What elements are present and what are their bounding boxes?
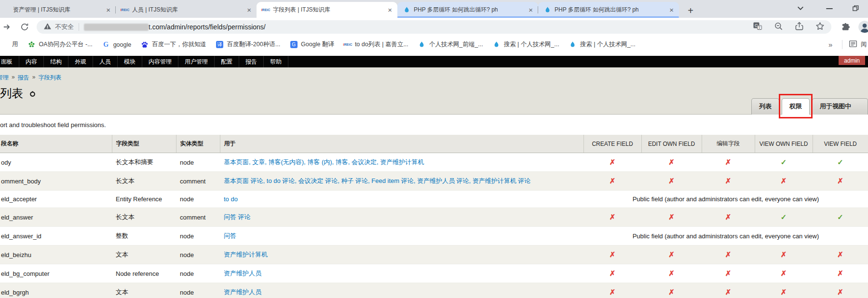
bookmark-label: 百度一下，你就知道 [152,40,206,49]
bookmark-item[interactable]: OA协同办公平台 -... [23,40,97,49]
deny-icon: ✗ [583,283,641,298]
used-in-links[interactable]: 基本页面, 文章, 博客(无内容), 博客 (内), 博客, 会议决定, 资产维… [220,153,583,172]
bookmark-label: 个人技术网_前端_... [429,40,483,49]
restore-window-icon[interactable] [852,4,859,14]
none [2,6,10,14]
zoom-icon[interactable] [774,22,783,33]
tab-用于视图中[interactable]: 用于视图中 [812,98,868,115]
refresh-icon[interactable] [20,23,29,33]
field-name: eld_answer [0,208,112,227]
tab-title: 资产管理 | ITJS知识库 [13,6,101,14]
browser-tab[interactable]: 资产管理 | ITJS知识库× [0,2,116,18]
title-gear-icon[interactable] [29,87,36,100]
browser-tab[interactable]: PHP 多层循环 如何跳出循环? ph× [538,2,679,18]
deny-icon: ✗ [755,172,813,191]
deny-icon: ✗ [755,283,813,298]
breadcrumb-separator: » [12,74,15,82]
table-header-row: 段名称字段类型实体类型用于CREATE FIELDEDIT OWN FIELD编… [0,135,868,153]
bookmark-label: google [113,41,132,48]
used-in-links[interactable]: 基本页面 评论, to do 评论, 会议决定 评论, 种子 评论, Feed … [220,172,583,191]
breadcrumb: 管理»报告»字段列表 [0,74,61,82]
translate-icon[interactable]: G文 [753,21,762,33]
reading-list-button[interactable]: 阅 [849,39,867,50]
admin-menu-item[interactable]: 外观 [68,56,93,67]
used-in-links[interactable]: 资产维护人员 [220,283,583,298]
used-in-links[interactable]: to do [220,191,583,208]
admin-menu-item[interactable]: 配置 [215,56,239,67]
tab-权限[interactable]: 权限 [782,98,810,115]
tab-title: 人员 | ITJS知识库 [132,6,242,14]
new-tab-button[interactable]: + [684,3,697,18]
bookmark-item[interactable]: GGoogle 翻译 [285,40,339,49]
field-type: 长文本和摘要 [112,153,176,172]
drupal-admin-toolbar: 面板内容结构外观人员模块内容管理用户管理配置报告帮助 admin [0,56,868,67]
column-header: 段名称 [0,135,112,153]
deny-icon: ✗ [813,246,868,264]
bookmark-label: OA协同办公平台 -... [39,40,93,49]
page-header: 管理»报告»字段列表 列表 列表权限用于视图中 [0,67,868,115]
bookmark-star-icon[interactable] [815,22,825,33]
tab-close-icon[interactable]: × [386,6,393,13]
ireic-icon: iREiC [344,41,352,49]
used-in-links[interactable]: 问答 [220,227,583,246]
column-header: 编辑字段 [702,135,755,153]
field-type: Node reference [112,264,176,283]
breadcrumb-link[interactable]: 报告 [18,74,29,82]
admin-menu-item[interactable]: 人员 [93,56,118,67]
deny-icon: ✗ [813,264,868,283]
used-in-links[interactable]: 问答 评论 [220,208,583,227]
admin-menu-item[interactable]: 内容管理 [142,56,178,67]
admin-menu-item[interactable]: 模块 [118,56,142,67]
bookmark-item[interactable]: 百度一下，你就知道 [136,40,211,49]
admin-menu-item[interactable]: 内容 [19,56,44,67]
admin-menu-item[interactable]: 面板 [0,56,19,67]
used-in-links[interactable]: 资产维护人员 [220,264,583,283]
bookmark-item[interactable]: iREiCto do列表 | 嘉善立... [339,40,413,49]
bookmark-item[interactable]: 用 [0,40,23,49]
admin-menu-item[interactable]: 报告 [239,56,264,67]
extensions-icon[interactable] [841,22,850,33]
browser-tab[interactable]: iREiC字段列表 | ITJS知识库× [257,2,397,18]
deny-icon: ✗ [641,264,702,283]
profile-avatar[interactable] [858,21,868,33]
column-header: VIEW OWN FIELD [755,135,813,153]
admin-user-badge[interactable]: admin [839,56,865,65]
admin-menu-item[interactable]: 用户管理 [178,56,215,67]
field-type: 文本 [112,283,176,298]
breadcrumb-link[interactable]: 管理 [0,74,9,82]
bookmark-item[interactable]: 搜索 | 个人技术网_... [488,40,564,49]
bookmarks-overflow-icon[interactable]: » [828,40,832,49]
tab-close-icon[interactable]: × [245,6,253,13]
bookmark-item[interactable]: 搜索 | 个人技术网_... [564,40,640,49]
browser-tab[interactable]: PHP 多层循环 如何跳出循环? ph× [397,2,538,18]
breadcrumb-separator: » [32,74,36,82]
share-icon[interactable] [795,22,804,33]
minimize-icon[interactable] [826,4,833,14]
admin-menu-item[interactable]: 帮助 [264,56,288,67]
tab-close-icon[interactable]: × [105,6,112,13]
bookmark-label: 搜索 | 个人技术网_... [580,40,636,49]
bookmark-item[interactable]: Ggoogle [97,41,136,49]
tab-close-icon[interactable]: × [527,6,534,13]
tab-search-icon[interactable] [797,4,804,14]
drupal-icon [493,41,501,49]
bookmark-item[interactable]: 个人技术网_前端_... [413,40,488,49]
drupal-icon [543,6,551,14]
browser-tab[interactable]: iREiC人员 | ITJS知识库× [116,2,257,18]
used-in-links[interactable]: 资产维护计算机 [220,246,583,264]
address-bar[interactable]: 不安全 t.com/admin/reports/fields/permissio… [37,20,831,34]
bookmark-label: 百度翻译-200种语... [227,40,280,49]
breadcrumb-link[interactable]: 字段列表 [38,74,61,82]
tab-列表[interactable]: 列表 [751,98,779,115]
bookmark-item[interactable]: 译百度翻译-200种语... [211,40,285,49]
forward-icon[interactable] [2,23,11,33]
field-type: 长文本 [112,208,176,227]
table-row: omment_body长文本comment基本页面 评论, to do 评论, … [0,172,868,191]
column-header: EDIT OWN FIELD [641,135,702,153]
deny-icon: ✗ [583,246,641,264]
deny-icon: ✗ [641,283,702,298]
tab-close-icon[interactable]: × [668,6,675,13]
column-header: 用于 [220,135,583,153]
deny-icon: ✗ [702,172,755,191]
admin-menu-item[interactable]: 结构 [44,56,68,67]
